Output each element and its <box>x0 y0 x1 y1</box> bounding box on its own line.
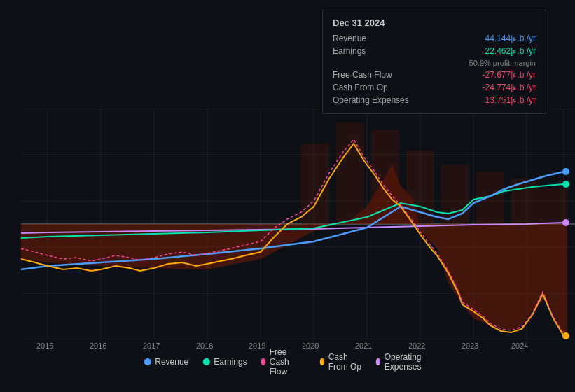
legend-fcf-label: Free Cash Flow <box>270 347 306 377</box>
chart-container: Dec 31 2024 Revenue 44.144|ء.b /yr Earni… <box>0 0 575 392</box>
svg-rect-21 <box>336 122 364 224</box>
legend-revenue: Revenue <box>144 357 188 367</box>
svg-rect-20 <box>301 144 329 224</box>
legend-opex-label: Operating Expenses <box>385 352 431 372</box>
svg-point-30 <box>562 219 569 226</box>
earnings-dot <box>202 358 209 365</box>
metric-earnings: Earnings 22.462|ء.b /yr <box>333 45 536 57</box>
x-label-2024: 2024 <box>511 342 528 350</box>
legend-opex: Operating Expenses <box>376 352 431 372</box>
cfo-dot <box>320 358 324 365</box>
x-label-2015: 2015 <box>36 342 53 350</box>
metric-cfo: Cash From Op -24.774|ء.b /yr <box>333 81 536 94</box>
fcf-dot <box>261 358 265 365</box>
card-date: Dec 31 2024 <box>333 18 536 28</box>
legend-fcf: Free Cash Flow <box>261 347 306 377</box>
metric-revenue: Revenue 44.144|ء.b /yr <box>333 32 536 45</box>
legend-earnings-label: Earnings <box>214 357 247 367</box>
metric-fcf: Free Cash Flow -27.677|ء.b /yr <box>333 69 536 81</box>
svg-point-31 <box>562 332 569 340</box>
legend: Revenue Earnings Free Cash Flow Cash Fro… <box>144 347 431 377</box>
svg-rect-24 <box>441 164 469 224</box>
legend-cfo-label: Cash From Op <box>328 352 362 372</box>
legend-earnings: Earnings <box>202 357 247 367</box>
metric-opex: Operating Expenses 13.751|ء.b /yr <box>333 94 536 106</box>
chart-svg <box>0 108 575 340</box>
legend-revenue-label: Revenue <box>155 357 188 367</box>
data-card: Dec 31 2024 Revenue 44.144|ء.b /yr Earni… <box>322 10 546 114</box>
opex-dot <box>376 358 380 365</box>
x-label-2016: 2016 <box>90 342 106 350</box>
legend-cfo: Cash From Op <box>320 352 362 372</box>
svg-point-28 <box>562 168 569 175</box>
metric-profit-margin: 50.9% profit margin <box>333 57 536 69</box>
x-label-2023: 2023 <box>462 342 478 350</box>
svg-rect-27 <box>539 189 567 224</box>
svg-point-29 <box>562 181 569 188</box>
revenue-dot <box>144 358 151 365</box>
